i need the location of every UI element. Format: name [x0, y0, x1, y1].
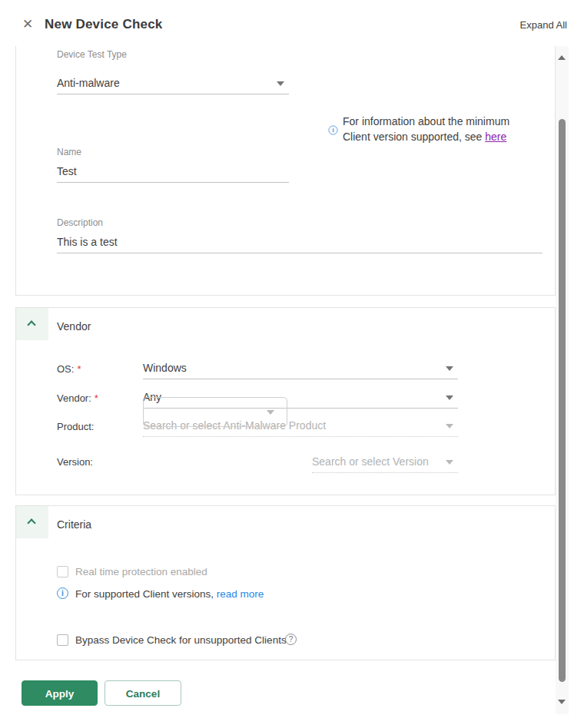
os-label-text: OS:: [57, 363, 74, 375]
info-icon: i: [57, 587, 68, 599]
name-value: Test: [57, 165, 77, 177]
chevron-down-icon: [446, 366, 453, 371]
info-icon: i: [329, 126, 338, 135]
realtime-protection-label: Real time protection enabled: [75, 566, 207, 577]
supported-client-text: For supported Client versions,: [75, 588, 217, 600]
os-select[interactable]: Windows: [143, 352, 458, 379]
chevron-down-icon: [446, 460, 453, 465]
scrollbar-up-arrow-icon[interactable]: [558, 55, 566, 60]
chevron-up-icon: [27, 518, 35, 527]
bypass-device-check-checkbox[interactable]: [57, 634, 68, 646]
chevron-down-icon: [446, 424, 453, 429]
vendor-section-card: Vendor OS:* Windows Vendor:* Any Product…: [15, 307, 556, 495]
vendor-label: Vendor:*: [57, 392, 98, 404]
version-operator-select[interactable]: [143, 397, 287, 427]
general-section-card: Device Test Type Anti-malware i For info…: [15, 46, 556, 296]
here-link[interactable]: here: [485, 131, 506, 143]
vendor-section-title: Vendor: [57, 320, 91, 333]
version-select[interactable]: Search or select Version: [312, 446, 458, 473]
chevron-up-icon: [27, 320, 35, 329]
name-input[interactable]: Test: [57, 163, 289, 183]
criteria-section-title: Criteria: [57, 518, 91, 531]
version-label: Version:: [57, 456, 93, 468]
cancel-button[interactable]: Cancel: [105, 680, 181, 706]
chevron-down-icon: [277, 81, 284, 86]
expand-all-button[interactable]: Expand All: [520, 19, 567, 31]
chevron-down-icon: [446, 395, 453, 400]
chevron-down-icon: [267, 410, 274, 415]
description-label: Description: [57, 217, 103, 228]
device-test-type-select[interactable]: Anti-malware: [57, 68, 289, 94]
scrollbar-down-arrow-icon[interactable]: [558, 700, 566, 704]
name-label: Name: [57, 147, 81, 157]
version-placeholder: Search or select Version: [312, 455, 429, 468]
realtime-protection-checkbox: [57, 566, 68, 577]
apply-button[interactable]: Apply: [22, 680, 98, 706]
vendor-collapse-toggle[interactable]: [16, 308, 48, 340]
device-test-type-label: Device Test Type: [57, 49, 127, 60]
bypass-device-check-label: Bypass Device Check for unsupported Clie…: [75, 634, 287, 646]
dialog-title: New Device Check: [45, 17, 162, 32]
new-device-check-dialog: ✕ New Device Check Expand All Device Tes…: [0, 0, 584, 728]
vendor-label-text: Vendor:: [57, 392, 91, 404]
criteria-collapse-toggle[interactable]: [16, 506, 48, 538]
product-label: Product:: [57, 421, 94, 432]
supported-client-note: For supported Client versions, read more: [75, 588, 264, 600]
close-icon[interactable]: ✕: [22, 18, 34, 31]
scrollbar-thumb[interactable]: [559, 119, 566, 682]
description-input[interactable]: This is a test: [57, 233, 543, 253]
min-client-version-note: For information about the minimum Client…: [343, 114, 536, 144]
os-value: Windows: [143, 362, 187, 374]
criteria-section-card: Criteria Real time protection enabled i …: [15, 505, 556, 660]
required-marker: *: [77, 363, 81, 375]
device-test-type-value: Anti-malware: [57, 77, 120, 89]
read-more-link[interactable]: read more: [217, 588, 264, 600]
os-label: OS:*: [57, 363, 81, 375]
description-value: This is a test: [57, 236, 118, 248]
required-marker: *: [95, 392, 98, 404]
help-icon[interactable]: ?: [285, 634, 297, 645]
